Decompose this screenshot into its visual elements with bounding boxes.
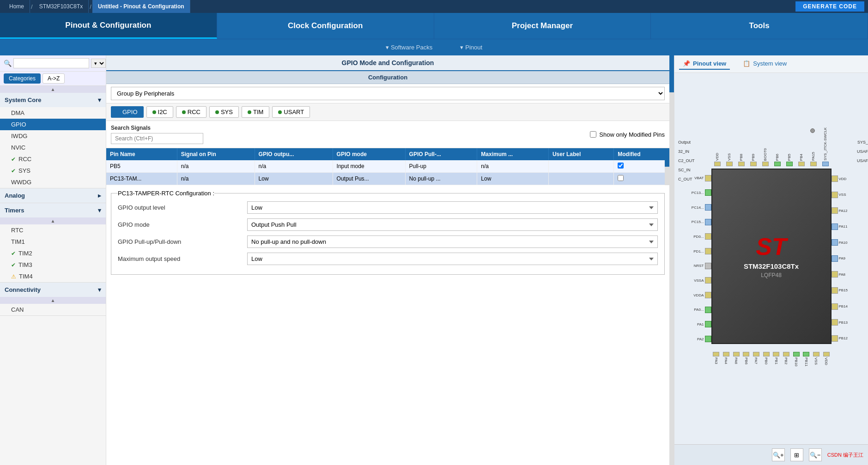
filter-tim[interactable]: TIM <box>242 106 269 118</box>
pc13-legend: PC13-TAMPER-RTC Configuration : <box>118 190 214 197</box>
pin-label-pa8: PA8 <box>839 272 846 277</box>
filter-rcc[interactable]: RCC <box>176 106 206 118</box>
dropdown-arrow-icon-2: ▾ <box>460 44 463 51</box>
nav-device[interactable]: STM32F103C8Tx <box>34 0 89 13</box>
zoom-in-button[interactable]: 🔍+ <box>772 448 785 461</box>
sidebar-search-dropdown[interactable]: ▾ <box>91 59 106 68</box>
pin-label-pa0: PA0... <box>694 308 704 312</box>
modified-checkbox-0[interactable] <box>618 163 624 169</box>
timers-header[interactable]: Timers ▾ <box>0 203 106 217</box>
zoom-out-button[interactable]: 🔍− <box>809 448 822 461</box>
pin-box-pa15 <box>810 162 817 166</box>
sidebar-item-tim4[interactable]: ⚠ TIM4 <box>0 271 106 282</box>
output-level-select[interactable]: Low High <box>247 201 658 214</box>
fit-view-button[interactable]: ⊞ <box>790 448 803 461</box>
pin-box-pa0 <box>705 307 711 313</box>
col-signal[interactable]: Signal on Pin <box>177 148 255 160</box>
sidebar-item-rtc[interactable]: RTC <box>0 224 106 236</box>
conn-scroll-down[interactable]: ▲ <box>0 297 106 304</box>
right-pins: VDD VSS PA12 PA11 <box>832 171 859 346</box>
nav-project[interactable]: Untitled - Pinout & Configuration <box>92 0 190 13</box>
sidebar-item-iwdg[interactable]: IWDG <box>0 130 106 142</box>
software-packs-menu[interactable]: ▾ Software Packs <box>386 44 432 51</box>
show-modified-checkbox[interactable] <box>590 131 596 138</box>
sidebar-item-tim3[interactable]: ✔ TIM3 <box>0 259 106 271</box>
pull-select[interactable]: No pull-up and no pull-down Pull-up Pull… <box>247 236 658 248</box>
generate-code-button[interactable]: GENERATE CODE <box>795 1 864 12</box>
col-max[interactable]: Maximum ... <box>477 148 549 160</box>
col-output[interactable]: GPIO outpu... <box>255 148 333 160</box>
max-speed-select[interactable]: Low Medium High <box>247 253 658 265</box>
btm-pin-6: PB0 <box>763 352 770 364</box>
sidebar-search-row: 🔍 ▾ ⚙ <box>0 55 106 72</box>
table-row[interactable]: PB5 n/a n/a Input mode Pull-up n/a <box>106 160 669 173</box>
sidebar-item-tim2[interactable]: ✔ TIM2 <box>0 248 106 259</box>
az-tab[interactable]: A->Z <box>42 73 65 84</box>
rcc-label: RCC <box>18 156 31 163</box>
system-core-header[interactable]: System Core ▾ <box>0 93 106 107</box>
btm-pin-7: PB1 <box>773 352 779 364</box>
col-pull[interactable]: GPIO Pull-... <box>405 148 477 160</box>
main-panel-scrollbar[interactable] <box>669 55 674 465</box>
sidebar-item-rcc[interactable]: ✔ RCC <box>0 153 106 165</box>
pin-box-pa10 <box>832 239 838 246</box>
pinout-menu[interactable]: ▾ Pinout <box>460 44 482 51</box>
connectivity-header[interactable]: Connectivity ▾ <box>0 283 106 297</box>
analog-header[interactable]: Analog ▸ <box>0 188 106 203</box>
col-mode[interactable]: GPIO mode <box>333 148 405 160</box>
sidebar-item-sys[interactable]: ✔ SYS <box>0 165 106 176</box>
pinout-view-tab[interactable]: 📌 Pinout view <box>679 58 730 70</box>
system-view-tab[interactable]: 📋 System view <box>739 58 790 70</box>
table-scrollbar[interactable] <box>665 148 669 185</box>
table-row[interactable]: PC13-TAM... n/a Low Output Pus... No pul… <box>106 173 669 185</box>
scroll-up-arrow[interactable]: ▲ <box>0 86 106 93</box>
sidebar-item-tim1[interactable]: TIM1 <box>0 236 106 248</box>
pin-label-pb11: PB11 <box>804 357 808 367</box>
tim4-label: TIM4 <box>19 273 33 280</box>
pin-label-swclk: SYS_JTCK-SWCLK <box>823 127 827 161</box>
group-by-select[interactable]: Group By Peripherals <box>111 87 665 100</box>
pin-label-pd0: PD0... <box>693 235 704 239</box>
pin-box-vssa <box>705 277 711 284</box>
right-pin-5: PA10 <box>832 239 859 246</box>
sys-label-r: SYS_ <box>845 140 868 145</box>
gpio-mode-select[interactable]: Output Push Pull Output Open Drain Input… <box>247 218 658 231</box>
sidebar-tab-switcher: Categories A->Z <box>0 72 106 86</box>
timers-scroll-up[interactable]: ▲ <box>0 217 106 224</box>
col-pin-name[interactable]: Pin Name <box>106 148 177 160</box>
pin-label-pa7: PA7 <box>754 357 758 364</box>
btm-pin-4: PB6 <box>743 352 749 364</box>
sidebar-item-dma[interactable]: DMA <box>0 107 106 119</box>
categories-tab[interactable]: Categories <box>4 73 41 84</box>
sidebar-item-can[interactable]: CAN <box>0 304 106 315</box>
top-pin-9: PA15 <box>810 152 817 166</box>
csdn-watermark: CSDN 编子王江 <box>827 452 863 459</box>
pin-box-pa11 <box>832 223 838 230</box>
tab-pinout-configuration[interactable]: Pinout & Configuration <box>0 13 217 39</box>
sidebar-item-nvic[interactable]: NVIC <box>0 142 106 153</box>
check-icon-tim3: ✔ <box>11 262 16 268</box>
top-pin-7: PB5 <box>786 154 793 166</box>
filter-i2c[interactable]: I2C <box>146 106 173 118</box>
sidebar-item-gpio[interactable]: GPIO <box>0 119 106 130</box>
tab-project-manager[interactable]: Project Manager <box>434 13 651 39</box>
filter-gpio[interactable]: GPIO <box>111 106 144 118</box>
pin-label-pa11: PA11 <box>839 224 848 229</box>
nav-home[interactable]: Home <box>4 0 30 13</box>
config-row-pull: GPIO Pull-up/Pull-down No pull-up and no… <box>118 236 658 248</box>
cell-output-0: n/a <box>255 160 333 173</box>
pin-box-pb4 <box>798 162 805 166</box>
sidebar-search-input[interactable] <box>13 58 89 68</box>
modified-checkbox-1[interactable] <box>618 175 624 181</box>
search-signals-input[interactable] <box>111 133 203 144</box>
col-label[interactable]: User Label <box>548 148 613 160</box>
pin-label-pb14: PB14 <box>839 304 848 308</box>
sidebar-item-wwdg[interactable]: WWDG <box>0 176 106 188</box>
tab-tools[interactable]: Tools <box>651 13 868 39</box>
tab-clock-configuration[interactable]: Clock Configuration <box>217 13 434 39</box>
group-by-container: Group By Peripherals <box>106 84 669 103</box>
filter-sys[interactable]: SYS <box>209 106 239 118</box>
col-modified[interactable]: Modified <box>614 148 669 160</box>
filter-usart[interactable]: USART <box>272 106 310 118</box>
pull-label: GPIO Pull-up/Pull-down <box>118 238 247 245</box>
